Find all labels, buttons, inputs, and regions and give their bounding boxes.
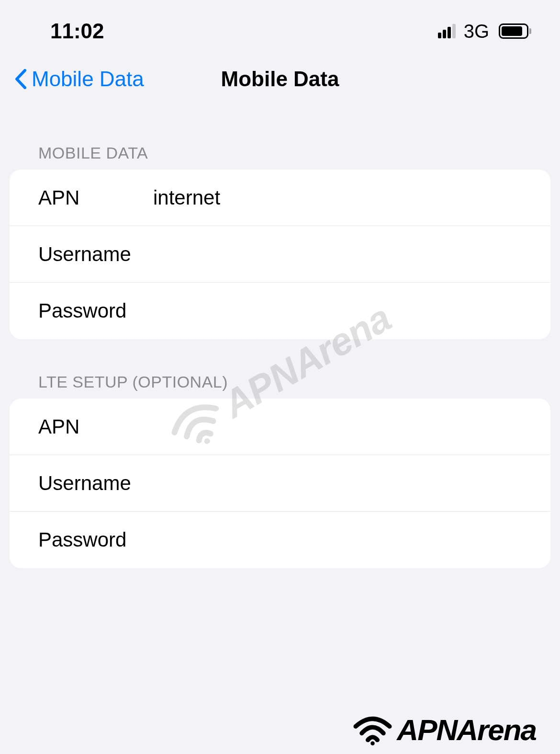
- username-input[interactable]: [153, 243, 522, 266]
- battery-icon: [499, 23, 531, 39]
- watermark-bottom: APNArena: [352, 713, 536, 747]
- section-card-mobile-data: APN Username Password: [10, 170, 550, 339]
- status-right: 3G: [438, 21, 531, 42]
- lte-apn-input[interactable]: [153, 415, 522, 438]
- status-bar: 11:02 3G: [0, 0, 560, 53]
- back-label: Mobile Data: [32, 67, 144, 91]
- apn-input[interactable]: [153, 186, 522, 209]
- status-time: 11:02: [50, 19, 104, 43]
- network-type: 3G: [464, 21, 489, 42]
- row-lte-apn[interactable]: APN: [10, 399, 550, 455]
- row-lte-password[interactable]: Password: [10, 512, 550, 568]
- row-mobile-apn[interactable]: APN: [10, 170, 550, 226]
- section-header-lte: LTE SETUP (OPTIONAL): [10, 339, 550, 399]
- row-label-apn: APN: [38, 186, 153, 209]
- row-label-lte-apn: APN: [38, 415, 153, 438]
- password-input[interactable]: [153, 299, 522, 322]
- wifi-icon: [352, 714, 393, 745]
- chevron-left-icon: [14, 69, 27, 89]
- lte-password-input[interactable]: [153, 528, 522, 551]
- row-label-lte-password: Password: [38, 528, 153, 551]
- watermark-text: APNArena: [397, 713, 536, 747]
- row-lte-username[interactable]: Username: [10, 455, 550, 512]
- row-mobile-password[interactable]: Password: [10, 283, 550, 339]
- section-header-mobile-data: MOBILE DATA: [10, 110, 550, 170]
- svg-point-1: [371, 742, 375, 745]
- row-label-password: Password: [38, 299, 153, 322]
- section-card-lte: APN Username Password: [10, 399, 550, 568]
- nav-bar: Mobile Data Mobile Data: [0, 53, 560, 110]
- page-title: Mobile Data: [221, 67, 339, 91]
- row-mobile-username[interactable]: Username: [10, 226, 550, 283]
- row-label-lte-username: Username: [38, 472, 153, 495]
- row-label-username: Username: [38, 243, 153, 266]
- content: MOBILE DATA APN Username Password LTE SE…: [0, 110, 560, 568]
- lte-username-input[interactable]: [153, 472, 522, 495]
- signal-icon: [438, 24, 456, 38]
- back-button[interactable]: Mobile Data: [14, 67, 144, 91]
